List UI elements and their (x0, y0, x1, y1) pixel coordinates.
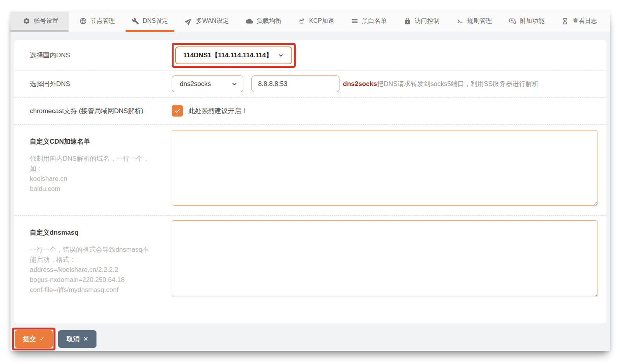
tab-blackwhite-list[interactable]: 黑白名单 (345, 12, 393, 32)
cdn-list-textarea[interactable] (172, 130, 598, 206)
domestic-dns-row: 选择国内DNS 114DNS1【114.114.114.114】 (14, 40, 606, 70)
hourglass-icon (561, 17, 569, 25)
tab-label: 黑白名单 (362, 17, 387, 25)
domestic-dns-label: 选择国内DNS (30, 52, 70, 59)
terminal-icon (456, 17, 464, 25)
chevron-down-icon (278, 52, 284, 58)
foreign-dns-select[interactable]: dns2socks (172, 76, 243, 92)
tab-dns-settings[interactable]: DNS设定 (126, 12, 174, 32)
chromecast-label: chromecast支持 (接管局域网DNS解析) (30, 107, 143, 115)
cdn-list-help: 强制用国内DNS解析的域名，一行一个， 如： koolshare.cn baid… (30, 154, 172, 194)
cloud-icon (246, 17, 253, 25)
submit-button[interactable]: 提交 ✓ (15, 330, 53, 348)
tab-node-management[interactable]: 节点管理 (73, 12, 121, 32)
tab-view-logs[interactable]: 查看日志 (555, 12, 603, 32)
list-icon (351, 17, 358, 25)
close-icon: ✕ (83, 335, 88, 343)
tab-load-balancing[interactable]: 负载均衡 (239, 12, 288, 32)
domestic-dns-select[interactable]: 114DNS1【114.114.114.114】 (175, 46, 292, 64)
annotation-box: 提交 ✓ (12, 328, 55, 350)
tab-label: 多WAN设定 (196, 17, 229, 25)
chromecast-checkbox[interactable] (172, 105, 183, 117)
tab-rule-management[interactable]: 规则管理 (450, 12, 498, 32)
domestic-dns-selected-value: 114DNS1【114.114.114.114】 (183, 51, 273, 60)
tab-label: 负载均衡 (257, 17, 281, 25)
chromecast-note: 此处强烈建议开启！ (188, 106, 248, 115)
dnsmasq-help: 一行一个，错误的格式会导致dnsmasq不 能启动，格式： address=/k… (30, 245, 172, 295)
tab-label: 附加功能 (520, 17, 544, 25)
action-bar: 提交 ✓ 取消 ✕ (12, 328, 96, 350)
addon-monitor-icon (509, 17, 516, 25)
cdn-list-label: 自定义CDN加速名单 (30, 137, 172, 146)
tab-bar: 帐号设置 节点管理 DNS设定 多WAN设定 负载均衡 KCP加速 黑白名单 (10, 12, 610, 32)
cancel-button[interactable]: 取消 ✕ (58, 330, 96, 348)
check-icon: ✓ (40, 335, 45, 343)
arrow-icon (184, 16, 194, 26)
tab-label: 帐号设置 (34, 17, 59, 25)
cdn-list-row: 自定义CDN加速名单 强制用国内DNS解析的域名，一行一个， 如： koolsh… (14, 125, 606, 216)
globe-icon (79, 17, 87, 25)
dns-settings-panel: 选择国内DNS 114DNS1【114.114.114.114】 选择国外DNS… (14, 40, 606, 323)
tab-label: KCP加速 (309, 17, 334, 25)
foreign-dns-selected-value: dns2socks (180, 80, 211, 88)
foreign-dns-label: 选择国外DNS (30, 80, 70, 88)
tab-access-control[interactable]: 访问控制 (398, 12, 446, 32)
tab-label: 规则管理 (467, 17, 492, 25)
dnsmasq-row: 自定义dnsmasq 一行一个，错误的格式会导致dnsmasq不 能启动，格式：… (14, 216, 606, 323)
tab-label: 节点管理 (90, 17, 115, 25)
dnsmasq-textarea[interactable] (172, 220, 598, 297)
tab-label: DNS设定 (143, 17, 168, 25)
tab-multiwan-settings[interactable]: 多WAN设定 (179, 12, 235, 32)
foreign-dns-server-input[interactable] (251, 76, 339, 92)
tools-icon (132, 17, 139, 25)
annotation-box: 114DNS1【114.114.114.114】 (172, 43, 296, 68)
chromecast-row: chromecast支持 (接管局域网DNS解析) 此处强烈建议开启！ (14, 98, 606, 125)
check-icon (174, 108, 181, 114)
tab-kcp-acceleration[interactable]: KCP加速 (292, 12, 341, 32)
dnsmasq-label: 自定义dnsmasq (30, 228, 172, 237)
tab-label: 访问控制 (415, 17, 439, 25)
settings-card: 帐号设置 节点管理 DNS设定 多WAN设定 负载均衡 KCP加速 黑白名单 (10, 12, 610, 351)
foreign-dns-row: 选择国外DNS dns2socks dns2socks把DNS请求转发到sock… (14, 70, 606, 98)
dns2socks-term: dns2socks (343, 80, 377, 88)
tab-account-settings[interactable]: 帐号设置 (10, 12, 69, 32)
chevron-down-icon (231, 81, 238, 87)
tab-label: 查看日志 (572, 17, 597, 25)
lock-icon (404, 17, 411, 25)
foreign-dns-description: dns2socks把DNS请求转发到socks5端口，利用SS服务器进行解析 (343, 79, 539, 88)
trend-chart-icon (298, 17, 306, 25)
gear-icon (23, 17, 30, 25)
tab-additional-features[interactable]: 附加功能 (503, 12, 551, 32)
